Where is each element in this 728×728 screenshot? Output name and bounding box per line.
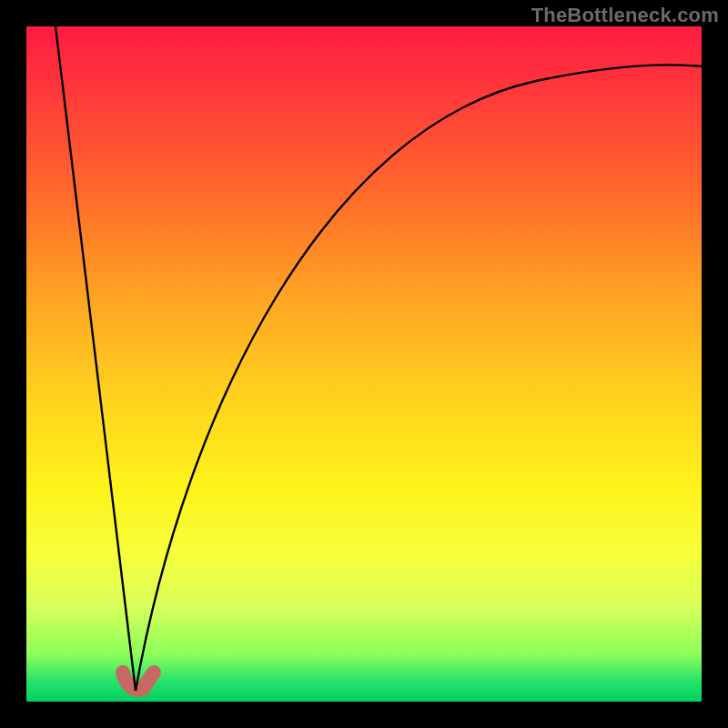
gradient-plot-area xyxy=(26,26,702,702)
curve-right-branch xyxy=(136,65,702,691)
chart-frame: TheBottleneck.com xyxy=(0,0,728,728)
curve-layer xyxy=(26,26,702,702)
curve-left-branch xyxy=(56,26,136,691)
watermark-text: TheBottleneck.com xyxy=(531,4,719,27)
